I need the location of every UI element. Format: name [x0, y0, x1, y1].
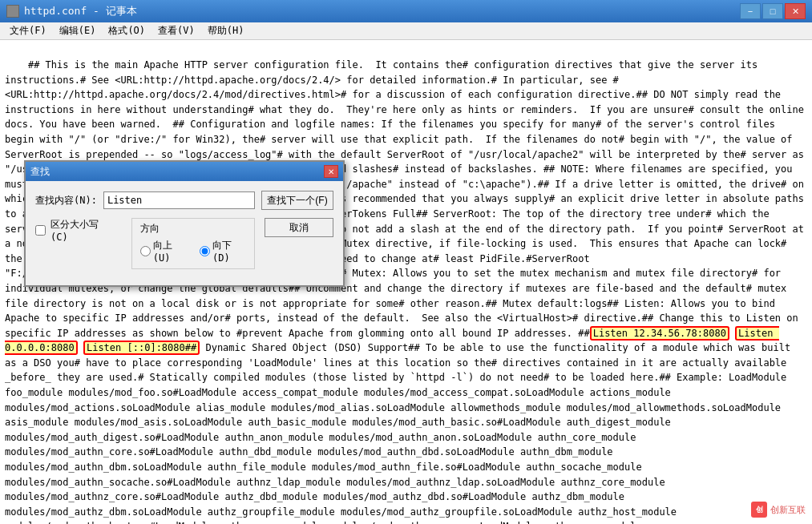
text-content-block1: ## This is the main Apache HTTP server c…	[5, 59, 810, 524]
menu-help[interactable]: 帮助(H)	[201, 22, 251, 39]
search-label: 查找内容(N):	[35, 194, 97, 208]
down-label: 向下(D)	[212, 239, 246, 264]
watermark: 创 创新互联	[751, 502, 806, 518]
direction-radio-row: 向上(U) 向下(D)	[140, 239, 247, 264]
dialog-body: 查找内容(N): 查找下一个(F) 区分大小写(C) 方向 向上(U)	[26, 181, 343, 285]
close-button[interactable]: ✕	[785, 3, 806, 19]
dialog-title-bar: 查找 ✕	[26, 162, 343, 181]
maximize-button[interactable]: □	[762, 3, 783, 19]
up-label: 向上(U)	[153, 239, 187, 264]
case-sensitive-checkbox[interactable]	[35, 225, 46, 236]
search-row: 查找内容(N): 查找下一个(F)	[35, 191, 333, 210]
app-icon	[6, 5, 19, 18]
options-section: 区分大小写(C) 方向 向上(U) 向下(D)	[35, 218, 333, 269]
minimize-button[interactable]: −	[740, 3, 761, 19]
window-controls: − □ ✕	[740, 3, 806, 19]
menu-view[interactable]: 查看(V)	[151, 22, 201, 39]
find-dialog: 查找 ✕ 查找内容(N): 查找下一个(F) 区分大小写(C) 方向	[24, 160, 345, 287]
main-window: ## This is the main Apache HTTP server c…	[0, 40, 812, 524]
find-next-button[interactable]: 查找下一个(F)	[261, 191, 333, 210]
menu-bar: 文件(F) 编辑(E) 格式(O) 查看(V) 帮助(H)	[0, 22, 812, 40]
title-bar: httpd.conf - 记事本 − □ ✕	[0, 0, 812, 22]
dialog-close-button[interactable]: ✕	[324, 165, 338, 178]
menu-format[interactable]: 格式(O)	[102, 22, 151, 39]
menu-file[interactable]: 文件(F)	[3, 22, 53, 39]
watermark-icon: 创	[751, 502, 767, 518]
title-bar-left: httpd.conf - 记事本	[6, 4, 137, 18]
watermark-text: 创新互联	[770, 504, 806, 516]
watermark-icon-text: 创	[756, 505, 763, 515]
direction-group: 方向 向上(U) 向下(D)	[131, 218, 256, 269]
case-sensitive-label: 区分大小写(C)	[50, 218, 112, 243]
dialog-title: 查找	[30, 165, 50, 179]
direction-up-label[interactable]: 向上(U)	[140, 239, 187, 264]
direction-down-radio[interactable]	[200, 246, 210, 256]
direction-down-label[interactable]: 向下(D)	[200, 239, 246, 264]
direction-up-radio[interactable]	[140, 246, 151, 256]
direction-label: 方向	[140, 222, 247, 236]
search-input[interactable]	[103, 191, 255, 209]
window-title: httpd.conf - 记事本	[24, 4, 137, 18]
cancel-button[interactable]: 取消	[265, 218, 333, 237]
menu-edit[interactable]: 编辑(E)	[53, 22, 103, 39]
